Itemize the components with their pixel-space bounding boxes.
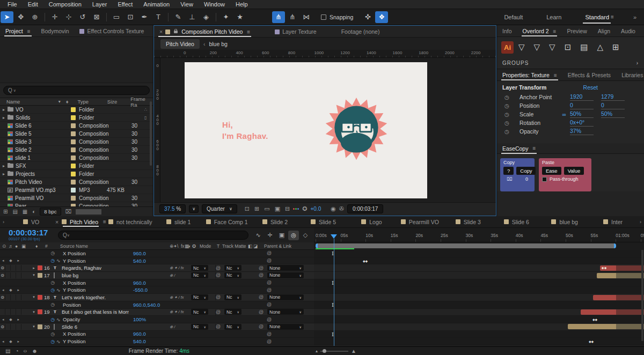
new-composition-icon[interactable]: ▦ [23, 209, 27, 215]
property-value[interactable]: 1279 [601, 93, 625, 101]
groups-chevron-icon[interactable]: › [636, 60, 639, 66]
overlord-new-doc-icon[interactable]: ⊞ [612, 42, 619, 52]
twirl-icon[interactable]: ▸ [30, 266, 38, 270]
twirl-icon[interactable]: ▸ [0, 164, 8, 168]
property-value[interactable]: 0 [570, 102, 594, 109]
project-row-slide-6[interactable]: Slide 6Composition30 [0, 122, 153, 130]
layer-row-17[interactable]: ⊙▾17blue bg⊕/Nc∨@Nc∨@None∨ [0, 272, 314, 279]
stopwatch-icon[interactable]: ◷ [49, 317, 56, 322]
switch-column-icon[interactable]: \ [177, 243, 178, 249]
stopwatch-icon[interactable]: ◷ [49, 331, 56, 337]
twirl-icon[interactable]: ▸ [0, 115, 8, 120]
property-row-position[interactable]: ◷Position960.0,540.0@ [0, 301, 314, 309]
property-value[interactable]: 50% [601, 110, 625, 118]
timeline-tab-slide-5[interactable]: Slide 5 [299, 216, 348, 227]
layer-duration-bar[interactable] [581, 309, 644, 315]
viewer-tab-layer-texture[interactable]: Layer Texture [269, 26, 321, 38]
property-row-opacity[interactable]: ◂◆▸◷∿Opacity100%@ [0, 316, 314, 323]
lock-toggle[interactable] [16, 294, 21, 300]
layer-track[interactable] [314, 345, 644, 346]
snapping-checkbox[interactable] [321, 14, 326, 20]
easecopy-copy-button[interactable]: Copy [516, 167, 536, 175]
twirl-icon[interactable]: ▸ [0, 107, 8, 112]
timeline-scrollbar[interactable] [641, 250, 643, 341]
audio-toggle[interactable] [5, 309, 11, 315]
rig-parent-tool-icon[interactable]: ⋔ [272, 11, 285, 23]
blend-mode-dropdown[interactable]: Nc∨ [191, 294, 208, 300]
draft-3d-icon[interactable]: ✛ [265, 231, 275, 240]
track-matte-column-label[interactable]: Track Matte [222, 243, 246, 249]
zoom-tool-icon[interactable]: ⊕ [28, 11, 41, 23]
workspace-tab-default[interactable]: Default [492, 9, 535, 25]
pickwhip-icon[interactable]: @ [267, 287, 272, 293]
type-tool-icon[interactable]: T [152, 11, 165, 23]
current-time-display[interactable]: 0:00:03:17 00107 (30.00 fps) [0, 229, 54, 241]
column-name[interactable]: Name [0, 99, 58, 105]
property-value[interactable]: 960.0 [133, 250, 146, 256]
timeline-tab-logo[interactable]: Logo [347, 216, 396, 227]
property-name[interactable]: Y Position [63, 287, 86, 293]
project-scrollbar[interactable] [150, 101, 152, 166]
stopwatch-icon[interactable]: ◷ [504, 103, 512, 109]
stopwatch-icon[interactable]: ◷ [49, 339, 56, 344]
time-ruler[interactable]: 0:00s05s10s15s20s25s30s35s40s45s50s55s01… [314, 228, 644, 242]
easecopy-help-button[interactable]: ? [503, 167, 514, 175]
matte-icon[interactable]: ◪ [253, 243, 258, 249]
timeline-tab-slide-3[interactable]: Slide 3 [444, 216, 492, 227]
stopwatch-icon[interactable]: ◷ [504, 120, 512, 126]
index-column-label[interactable]: # [45, 243, 48, 249]
pickwhip-icon[interactable]: @ [267, 250, 272, 256]
solo-toggle[interactable] [11, 265, 16, 271]
property-name[interactable]: Y Position [63, 338, 86, 344]
overlord-triangle-icon[interactable]: △ [597, 42, 603, 52]
trkmat-t-label[interactable]: T [217, 243, 219, 249]
stopwatch-icon[interactable]: ◷ [504, 112, 512, 117]
project-tab-project[interactable]: Project≡ [0, 25, 36, 37]
layer-track[interactable] [314, 264, 644, 272]
track-matte-dropdown[interactable]: Nc∨ [224, 324, 241, 330]
property-value[interactable]: 50% [570, 110, 594, 118]
property-value[interactable]: 1920 [570, 93, 594, 101]
blend-mode-dropdown[interactable]: Nc∨ [191, 272, 208, 278]
right-tab-preview[interactable]: Preview [561, 25, 592, 37]
switch-icon[interactable]: ⊕ [170, 295, 173, 300]
layer-color-chip[interactable] [38, 273, 42, 278]
keyframe-navigator[interactable]: ◂◆▸ [0, 339, 21, 344]
selection-tool-icon[interactable]: ➤ [1, 11, 13, 23]
timeline-zoom-slider[interactable]: ▴ ▲ [316, 348, 356, 354]
pan-behind-tool-icon[interactable]: ⊹ [62, 11, 75, 23]
work-area-bar[interactable] [316, 243, 616, 248]
project-search-input[interactable]: Q∨ [3, 86, 150, 95]
switch-icon[interactable]: / [174, 273, 175, 278]
clone-stamp-tool-icon[interactable]: ⊥ [186, 11, 199, 23]
exposure-reset-icon[interactable]: ✪ [302, 205, 307, 212]
trash-icon[interactable]: ⌧ [65, 209, 72, 215]
switch-column-icon[interactable]: ◐ [188, 243, 191, 249]
expand-bounds-tool-icon[interactable]: ❖ [375, 11, 388, 23]
right-tab-align[interactable]: Align [592, 25, 616, 37]
layer-color-chip[interactable] [38, 265, 42, 270]
pickwhip-icon[interactable]: @ [267, 258, 272, 263]
property-value[interactable]: -550.0 [133, 287, 148, 293]
layer-name[interactable]: blue bg [62, 272, 78, 278]
layer-switches[interactable]: ⊕/ [170, 324, 175, 329]
property-name[interactable]: X Position [63, 280, 86, 286]
parent-link-column-label[interactable]: Parent & Link [264, 243, 291, 249]
parent-pickwhip-icon[interactable]: @ [259, 265, 264, 271]
switch-icon[interactable]: / [179, 295, 180, 300]
show-snapshot-icon[interactable]: ✇ [339, 205, 344, 212]
stopwatch-icon[interactable]: ◷ [49, 280, 56, 285]
solo-toggle[interactable] [11, 272, 16, 278]
breadcrumb-comp-button[interactable]: Pitch Video [160, 39, 200, 49]
parent-pickwhip-icon[interactable]: @ [259, 294, 264, 300]
property-name[interactable]: Opacity [63, 316, 80, 322]
grid-guides-icon[interactable]: ⊡ [245, 205, 250, 212]
frame-blend-icon[interactable]: ▣ [276, 231, 287, 240]
stopwatch-icon[interactable]: ◷ [504, 94, 512, 100]
matte-cell[interactable] [210, 294, 216, 300]
zoom-out-mountain-icon[interactable]: ▴ [316, 349, 318, 353]
pickwhip-icon[interactable]: @ [216, 309, 221, 315]
matte-cell[interactable] [210, 309, 216, 315]
project-row-solids[interactable]: ▸SolidsFolder▯ [0, 114, 153, 122]
property-row-y-position[interactable]: ◂◆▸◷∿Y Position540.0@ [0, 257, 314, 265]
